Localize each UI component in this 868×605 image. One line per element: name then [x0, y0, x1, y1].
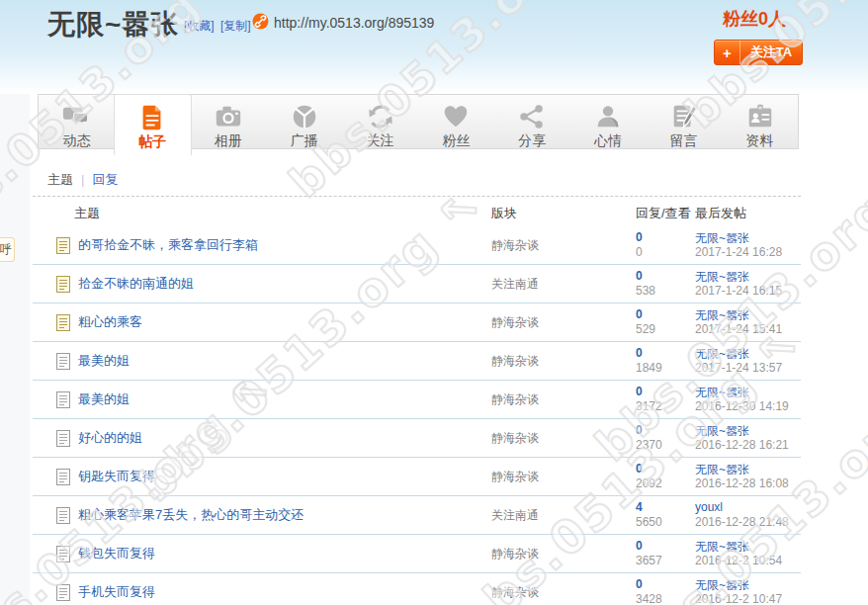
tab-heart[interactable]: 粉丝	[418, 95, 494, 148]
chat-bubbles-icon	[61, 102, 91, 131]
reply-count: 0	[636, 346, 643, 360]
topic-title-link[interactable]: 手机失而复得	[78, 573, 155, 605]
table-row: 最美的姐 静海杂谈 0 1849 无限~嚣张 2017-1-24 13:57	[33, 342, 801, 381]
column-header-last-post: 最后发帖	[695, 205, 746, 222]
view-count: 2092	[636, 476, 662, 490]
subnav-replies[interactable]: 回复	[92, 172, 118, 187]
topic-title-link[interactable]: 的哥拾金不昧，乘客拿回行李箱	[78, 226, 258, 264]
table-row: 手机失而复得 静海杂谈 0 3428 无限~嚣张 2016-12-2 10:47	[33, 573, 801, 605]
view-count: 3428	[636, 592, 662, 605]
last-post-time: 2016-12-2 10:47	[695, 592, 782, 605]
forum-link[interactable]: 静海杂谈	[491, 573, 539, 605]
tab-message[interactable]: 留言	[646, 95, 722, 148]
reply-count: 0	[636, 385, 643, 398]
topic-title-link[interactable]: 拾金不昧的南通的姐	[78, 265, 194, 302]
person-icon	[593, 102, 623, 131]
tab-id-card[interactable]: 资料	[722, 95, 798, 148]
page-title: 无限~嚣张	[47, 6, 179, 43]
dashed-divider	[33, 196, 801, 197]
last-post-time: 2017-1-24 15:41	[695, 322, 782, 336]
table-row: 好心的的姐 静海杂谈 0 2370 无限~嚣张 2016-12-28 16:21	[33, 419, 801, 458]
follow-button[interactable]: + 关注TA	[714, 40, 803, 65]
topic-document-icon	[56, 237, 70, 254]
topic-title-link[interactable]: 最美的姐	[78, 381, 130, 418]
tab-refresh[interactable]: 关注	[342, 95, 418, 148]
forum-link[interactable]: 关注南通	[491, 265, 539, 302]
tab-document[interactable]: 帖子	[114, 94, 192, 155]
topic-document-icon	[56, 314, 70, 331]
tab-label: 分享	[494, 132, 570, 150]
tab-person[interactable]: 心情	[570, 95, 647, 148]
topic-document-icon	[56, 546, 70, 562]
tab-label: 帖子	[115, 133, 191, 151]
reply-count: 0	[636, 230, 643, 244]
forum-link[interactable]: 静海杂谈	[491, 226, 539, 264]
reply-count: 0	[636, 269, 643, 283]
table-row: 拾金不昧的南通的姐 关注南通 0 538 无限~嚣张 2017-1-24 16:…	[33, 265, 801, 303]
last-post-time: 2016-12-28 21:48	[695, 515, 789, 529]
table-header-row: 主题 版块 回复/查看 最后发帖	[33, 205, 801, 226]
table-row: 钱包失而复得 静海杂谈 0 3657 无限~嚣张 2016-12-2 10:54	[33, 535, 801, 573]
topic-document-icon	[56, 469, 70, 485]
topic-title-link[interactable]: 粗心的乘客	[78, 303, 142, 341]
table-row: 的哥拾金不昧，乘客拿回行李箱 静海杂谈 0 0 无限~嚣张 2017-1-24 …	[33, 226, 801, 265]
topic-document-icon	[56, 276, 70, 293]
side-call-tab-label: 呼	[0, 242, 12, 256]
broadcast-icon	[290, 102, 319, 131]
column-header-forum: 版块	[491, 205, 517, 222]
table-row: 粗心的乘客 静海杂谈 0 529 无限~嚣张 2017-1-24 15:41	[33, 303, 801, 342]
topic-title-link[interactable]: 最美的姐	[78, 342, 130, 380]
tab-label: 留言	[646, 132, 722, 150]
forum-link[interactable]: 静海杂谈	[491, 342, 539, 380]
tab-label: 关注	[342, 132, 418, 150]
tab-broadcast[interactable]: 广播	[266, 95, 342, 148]
header-links: [收藏] [复制]	[184, 18, 254, 35]
side-call-tab[interactable]: 呼	[0, 237, 15, 262]
topic-title-link[interactable]: 好心的的姐	[78, 419, 142, 457]
tab-label: 心情	[570, 132, 647, 150]
forum-link[interactable]: 静海杂谈	[491, 458, 539, 495]
tab-label: 动态	[39, 132, 115, 150]
last-post-time: 2016-12-2 10:54	[695, 554, 782, 567]
view-count: 5650	[636, 515, 662, 529]
camera-icon	[214, 102, 243, 131]
reply-count: 0	[636, 423, 643, 437]
profile-url: http://my.0513.org/895139	[274, 15, 434, 31]
subnav-divider: |	[81, 172, 84, 187]
chain-link-icon	[252, 13, 269, 30]
copy-link[interactable]: [复制]	[220, 19, 251, 33]
tab-camera[interactable]: 相册	[191, 95, 267, 148]
profile-page: 无限~嚣张 [收藏] [复制] http://my.0513.org/89513…	[0, 0, 868, 605]
last-post-time: 2016-12-28 16:08	[695, 476, 789, 490]
forum-link[interactable]: 关注南通	[491, 496, 539, 534]
forum-link[interactable]: 静海杂谈	[491, 535, 539, 572]
forum-link[interactable]: 静海杂谈	[491, 381, 539, 418]
last-poster-link[interactable]: youxl	[695, 500, 723, 514]
last-post-time: 2017-1-24 13:57	[695, 361, 782, 375]
left-page-margin	[0, 94, 30, 605]
follow-button-label: 关注TA	[740, 41, 802, 64]
topic-title-link[interactable]: 粗心乘客苹果7丢失，热心的哥主动交还	[78, 496, 304, 534]
plus-icon: +	[715, 41, 740, 64]
topic-document-icon	[56, 507, 70, 524]
tab-label: 广播	[266, 132, 342, 150]
reply-count: 0	[636, 307, 643, 321]
favorite-link[interactable]: [收藏]	[184, 19, 215, 33]
topic-title-link[interactable]: 钱包失而复得	[78, 535, 155, 572]
profile-tabbar: 动态 帖子 相册 广播 关注 粉丝 分享 心情 留言 资料	[38, 94, 799, 149]
tab-label: 粉丝	[418, 132, 494, 150]
tab-share[interactable]: 分享	[494, 95, 570, 148]
refresh-icon	[366, 102, 395, 131]
forum-link[interactable]: 静海杂谈	[491, 303, 539, 341]
tab-label: 资料	[722, 132, 798, 150]
table-row: 钥匙失而复得 静海杂谈 0 2092 无限~嚣张 2016-12-28 16:0…	[33, 458, 801, 496]
tab-chat-bubbles[interactable]: 动态	[39, 95, 115, 148]
topic-document-icon	[56, 391, 70, 408]
forum-link[interactable]: 静海杂谈	[491, 419, 539, 457]
topic-title-link[interactable]: 钥匙失而复得	[78, 458, 155, 495]
view-count: 538	[636, 284, 655, 298]
id-card-icon	[745, 102, 775, 131]
view-count: 529	[636, 322, 655, 336]
subnav-topics[interactable]: 主题	[47, 172, 73, 187]
last-post-time: 2016-12-28 16:21	[695, 438, 789, 452]
